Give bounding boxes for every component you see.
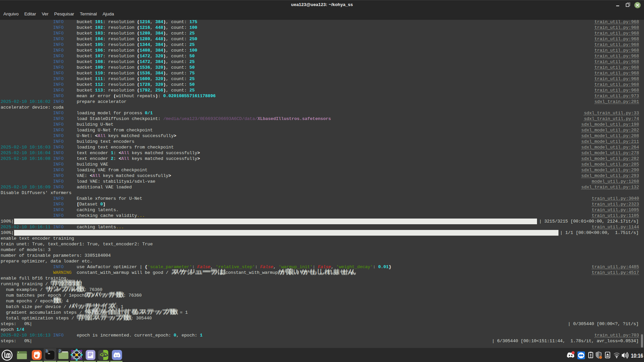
svg-text:2: 2 (59, 349, 61, 353)
svg-text:3: 3 (46, 349, 48, 353)
svg-text:10:16: 10:16 (631, 353, 643, 359)
